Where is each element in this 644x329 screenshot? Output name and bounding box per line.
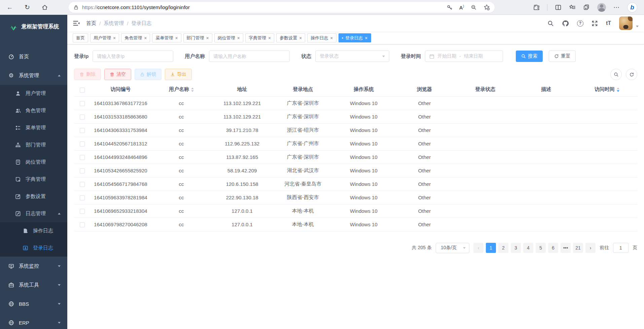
page-size-select[interactable]: 10条/页 xyxy=(436,243,469,253)
reset-button[interactable]: 重置 xyxy=(549,51,576,62)
delete-button[interactable]: 删除 xyxy=(74,69,101,80)
row-checkbox[interactable] xyxy=(80,222,85,227)
sidebar-item-bbs[interactable]: BBS xyxy=(0,294,67,313)
sidebar-item-user-management[interactable]: 用户管理 xyxy=(0,85,67,102)
help-icon[interactable]: ? xyxy=(577,20,583,27)
user-name-input[interactable] xyxy=(209,51,290,62)
browser-profile-icon[interactable] xyxy=(597,3,606,12)
row-checkbox[interactable] xyxy=(80,209,85,214)
sidebar-item-param-settings[interactable]: 参数设置 xyxy=(0,188,67,205)
font-size-icon[interactable]: tT xyxy=(606,20,611,26)
page-button-3[interactable]: 3 xyxy=(511,243,521,253)
tab-role-management[interactable]: 角色管理× xyxy=(121,33,150,42)
tab-param-settings[interactable]: 参数设置× xyxy=(276,33,305,42)
row-checkbox[interactable] xyxy=(80,182,85,187)
close-tab-icon[interactable]: × xyxy=(175,36,178,40)
sidebar-item-operation-log[interactable]: 操作日志 xyxy=(0,222,67,239)
login-ip-input[interactable] xyxy=(93,51,173,62)
clear-button[interactable]: 清空 xyxy=(104,69,131,80)
more-pages-button[interactable]: ••• xyxy=(561,243,571,253)
close-tab-icon[interactable]: × xyxy=(330,36,333,40)
address-bar[interactable]: https://ccnetcore.com:1101/system/log/lo… xyxy=(69,2,495,13)
fullscreen-icon[interactable] xyxy=(592,20,598,27)
unlock-button[interactable]: 解锁 xyxy=(135,69,162,80)
sidebar-item-role-management[interactable]: 角色管理 xyxy=(0,102,67,119)
row-checkbox[interactable] xyxy=(80,155,85,160)
page-button-2[interactable]: 2 xyxy=(498,243,508,253)
page-button-6[interactable]: 6 xyxy=(548,243,558,253)
split-screen-icon[interactable] xyxy=(555,4,562,11)
show-search-button[interactable] xyxy=(610,69,622,80)
sidebar-item-system-monitor[interactable]: 系统监控 xyxy=(0,257,67,275)
tab-user-management[interactable]: 用户管理× xyxy=(90,33,119,42)
favorites-icon[interactable] xyxy=(569,4,576,11)
sidebar-item-log-management[interactable]: 日志管理 xyxy=(0,205,67,222)
export-button[interactable]: 导出 xyxy=(165,69,192,80)
row-checkbox[interactable] xyxy=(80,141,85,146)
user-avatar[interactable] xyxy=(619,17,633,30)
col-visit-time[interactable]: 访问时间 xyxy=(576,83,637,96)
password-key-icon[interactable] xyxy=(446,4,453,10)
select-all-checkbox[interactable] xyxy=(80,88,85,93)
browser-reload-icon[interactable]: ↻ xyxy=(22,2,32,12)
sidebar-item-system-management[interactable]: ⚙ 系统管理 xyxy=(0,66,67,85)
sidebar-item-menu-management[interactable]: 菜单管理 xyxy=(0,119,67,136)
sidebar-item-erp[interactable]: ERP xyxy=(0,313,67,329)
add-favorite-star-icon[interactable] xyxy=(484,4,490,10)
collections-icon[interactable] xyxy=(583,4,590,11)
search-icon[interactable] xyxy=(547,20,554,27)
url-text[interactable]: https://ccnetcore.com:1101/system/log/lo… xyxy=(82,4,190,10)
goto-page-input[interactable] xyxy=(613,243,629,253)
close-tab-icon[interactable]: × xyxy=(365,36,367,40)
tab-home[interactable]: 首页 xyxy=(73,33,88,42)
page-button-4[interactable]: 4 xyxy=(523,243,533,253)
close-tab-icon[interactable]: × xyxy=(113,36,116,40)
site-lock-icon[interactable] xyxy=(73,5,79,10)
bing-copilot-icon[interactable]: b xyxy=(627,2,637,12)
page-button-21[interactable]: 21 xyxy=(573,243,583,253)
date-range-picker[interactable]: 开始日期 - 结束日期 xyxy=(425,51,503,62)
prev-page-button[interactable]: ‹ xyxy=(473,243,484,253)
read-aloud-icon[interactable]: A) xyxy=(459,4,464,10)
search-button[interactable]: 搜索 xyxy=(516,51,543,62)
close-tab-icon[interactable]: × xyxy=(268,36,271,40)
sidebar-toggle-icon[interactable] xyxy=(73,20,80,27)
tab-menu-management[interactable]: 菜单管理× xyxy=(152,33,181,42)
refresh-table-button[interactable] xyxy=(626,69,637,80)
github-icon[interactable] xyxy=(562,20,569,27)
avatar-caret-icon[interactable] xyxy=(636,26,639,27)
status-select[interactable]: 登录状态 xyxy=(315,51,389,62)
sort-icon[interactable] xyxy=(617,88,619,92)
sidebar-item-post-management[interactable]: 岗位管理 xyxy=(0,154,67,171)
close-tab-icon[interactable]: × xyxy=(144,36,147,40)
row-checkbox[interactable] xyxy=(80,128,85,133)
extensions-icon[interactable] xyxy=(533,4,540,11)
sidebar-item-login-log[interactable]: 登录日志 xyxy=(0,239,67,257)
col-user-name[interactable]: 用户名称 xyxy=(151,83,212,96)
row-checkbox[interactable] xyxy=(80,101,85,106)
sidebar-item-system-tools[interactable]: 系统工具 xyxy=(0,275,67,294)
sort-icon[interactable] xyxy=(191,88,194,92)
browser-menu-icon[interactable]: ⋯ xyxy=(613,4,620,11)
page-button-5[interactable]: 5 xyxy=(536,243,546,253)
close-tab-icon[interactable]: × xyxy=(237,36,240,40)
close-tab-icon[interactable]: × xyxy=(299,36,302,40)
tab-post-management[interactable]: 岗位管理× xyxy=(214,33,243,42)
browser-back-icon[interactable]: ← xyxy=(5,2,15,12)
sidebar-item-home[interactable]: 首页 xyxy=(0,47,67,66)
tab-login-log[interactable]: ●登录日志× xyxy=(338,33,371,42)
close-tab-icon[interactable]: × xyxy=(206,36,209,40)
page-button-1[interactable]: 1 xyxy=(486,243,496,253)
row-checkbox[interactable] xyxy=(80,114,85,120)
breadcrumb-system[interactable]: 系统管理 xyxy=(104,20,124,27)
sidebar-item-department-management[interactable]: 部门管理 xyxy=(0,136,67,154)
tab-department-management[interactable]: 部门管理× xyxy=(183,33,212,42)
browser-home-icon[interactable] xyxy=(40,2,50,12)
next-page-button[interactable]: › xyxy=(585,243,596,253)
row-checkbox[interactable] xyxy=(80,195,85,200)
logo[interactable]: 意框架管理系统 xyxy=(0,15,67,36)
zoom-out-icon[interactable] xyxy=(471,4,477,10)
tab-dict-management[interactable]: 字典管理× xyxy=(245,33,274,42)
row-checkbox[interactable] xyxy=(80,168,85,173)
sidebar-item-dict-management[interactable]: 字典管理 xyxy=(0,171,67,188)
